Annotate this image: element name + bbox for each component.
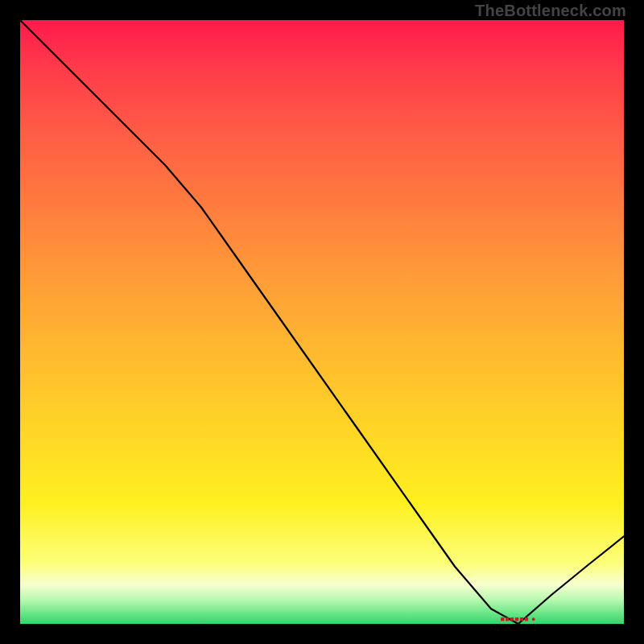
chart-svg [20, 20, 624, 624]
chart-stage: TheBottleneck.com ■■■■■■ ● [0, 0, 644, 644]
bottleneck-curve [20, 20, 624, 624]
plot-area: ■■■■■■ ● [20, 20, 624, 624]
watermark-text: TheBottleneck.com [475, 2, 626, 20]
min-marker: ■■■■■■ ● [500, 615, 536, 623]
